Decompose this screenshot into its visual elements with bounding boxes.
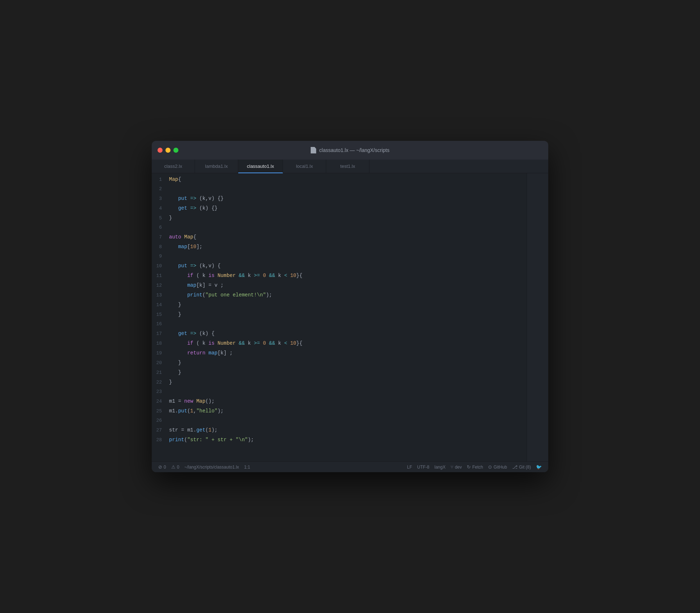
code-line-4: 4 get => (k) {}: [152, 203, 527, 213]
branch-item[interactable]: ⑂ dev: [449, 464, 463, 470]
line-content: str = m1.get(1);: [169, 425, 521, 435]
code-line-7: 7auto Map{: [152, 232, 527, 242]
line-content: print("str: " + str + "\n");: [169, 435, 521, 444]
code-line-15: 15 }: [152, 310, 527, 319]
code-line-9: 9: [152, 252, 527, 261]
github-item[interactable]: ⊙ GitHub: [487, 464, 508, 470]
line-number: 10: [152, 261, 169, 271]
line-content: m1 = new Map();: [169, 397, 521, 406]
code-line-13: 13 print("put one element!\n");: [152, 290, 527, 300]
traffic-lights: [158, 148, 178, 153]
warning-icon: ⚠: [171, 464, 176, 470]
line-number: 9: [152, 252, 169, 261]
line-number: 8: [152, 242, 169, 252]
minimize-button[interactable]: [165, 148, 170, 153]
line-content: get => (k) {}: [169, 203, 521, 213]
line-number: 3: [152, 194, 169, 203]
git-icon: ⎇: [512, 464, 518, 470]
line-content: }: [169, 310, 521, 319]
editor-container: 1Map{23 put => (k,v) {}4 get => (k) {}5}…: [152, 173, 548, 461]
line-content: m1.put(1,"hello");: [169, 406, 521, 416]
line-number: 11: [152, 271, 169, 281]
line-content: get => (k) {: [169, 329, 521, 338]
code-line-14: 14 }: [152, 300, 527, 310]
fetch-item[interactable]: ↻ Fetch: [465, 464, 484, 470]
line-content: }: [169, 368, 521, 377]
line-number: 22: [152, 378, 169, 387]
code-line-10: 10 put => (k,v) {: [152, 261, 527, 271]
line-number: 14: [152, 300, 169, 310]
line-content: }: [169, 300, 521, 309]
tab-local1[interactable]: local1.lx: [283, 160, 326, 173]
line-number: 26: [152, 416, 169, 425]
title-text: classauto1.lx — ~/langX/scripts: [319, 147, 390, 153]
code-line-12: 12 map[k] = v ;: [152, 281, 527, 290]
line-number: 25: [152, 407, 169, 416]
code-line-21: 21 }: [152, 368, 527, 377]
error-count[interactable]: ⊘ 0: [157, 464, 168, 470]
encoding-item[interactable]: UTF-8: [416, 465, 431, 470]
line-ending-item[interactable]: LF: [406, 465, 413, 470]
code-line-24: 24m1 = new Map();: [152, 397, 527, 406]
line-number: 1: [152, 175, 169, 184]
line-number: 23: [152, 387, 169, 397]
titlebar: classauto1.lx — ~/langX/scripts: [152, 141, 548, 160]
tab-classauto1[interactable]: classauto1.lx: [238, 160, 283, 173]
line-content: }: [169, 358, 521, 367]
line-number: 28: [152, 435, 169, 445]
code-line-22: 22}: [152, 377, 527, 387]
position-item[interactable]: 1:1: [243, 465, 252, 470]
line-content: put => (k,v) {}: [169, 194, 521, 203]
line-content: if ( k is Number && k >= 0 && k < 10}{: [169, 271, 521, 280]
line-content: return map[k] ;: [169, 348, 521, 358]
line-number: 19: [152, 349, 169, 358]
code-line-20: 20 }: [152, 358, 527, 368]
line-number: 21: [152, 368, 169, 377]
warning-count[interactable]: ⚠ 0: [170, 464, 181, 470]
branch-icon: ⑂: [451, 464, 453, 470]
line-number: 16: [152, 319, 169, 329]
line-number: 27: [152, 426, 169, 435]
code-line-19: 19 return map[k] ;: [152, 348, 527, 358]
code-line-26: 26: [152, 416, 527, 425]
line-content: map[k] = v ;: [169, 281, 521, 290]
tab-lambda1[interactable]: lambda1.lx: [195, 160, 238, 173]
close-button[interactable]: [158, 148, 163, 153]
code-line-8: 8 map[10];: [152, 242, 527, 252]
code-line-17: 17 get => (k) {: [152, 329, 527, 339]
line-number: 6: [152, 223, 169, 232]
code-line-27: 27str = m1.get(1);: [152, 425, 527, 435]
line-number: 4: [152, 204, 169, 213]
code-area: 1Map{23 put => (k,v) {}4 get => (k) {}5}…: [152, 173, 527, 461]
line-content: print("put one element!\n");: [169, 290, 521, 300]
extension-item[interactable]: 🐦: [535, 464, 543, 470]
line-number: 5: [152, 214, 169, 223]
code-line-25: 25m1.put(1,"hello");: [152, 406, 527, 416]
code-line-16: 16: [152, 319, 527, 329]
code-line-18: 18 if ( k is Number && k >= 0 && k < 10}…: [152, 339, 527, 348]
tab-class2[interactable]: class2.lx: [152, 160, 195, 173]
maximize-button[interactable]: [173, 148, 178, 153]
error-icon: ⊘: [158, 464, 162, 470]
code-line-23: 23: [152, 387, 527, 397]
git-item[interactable]: ⎇ Git (8): [511, 464, 532, 470]
line-number: 15: [152, 310, 169, 319]
tab-bar: class2.lx lambda1.lx classauto1.lx local…: [152, 160, 548, 173]
code-editor[interactable]: 1Map{23 put => (k,v) {}4 get => (k) {}5}…: [152, 173, 527, 461]
filepath-item[interactable]: ~/langX/scripts/classauto1.lx: [183, 465, 240, 470]
extension-icon: 🐦: [536, 464, 542, 470]
line-number: 20: [152, 358, 169, 368]
line-number: 12: [152, 281, 169, 290]
line-content: }: [169, 213, 521, 223]
editor-window: classauto1.lx — ~/langX/scripts class2.l…: [152, 141, 548, 472]
tab-test1[interactable]: test1.lx: [326, 160, 369, 173]
line-number: 2: [152, 184, 169, 194]
file-icon: [311, 147, 316, 153]
line-content: }: [169, 377, 521, 387]
code-line-3: 3 put => (k,v) {}: [152, 194, 527, 203]
sidebar-right: [527, 173, 548, 461]
code-line-1: 1Map{: [152, 175, 527, 184]
statusbar: ⊘ 0 ⚠ 0 ~/langX/scripts/classauto1.lx 1:…: [152, 461, 548, 472]
refresh-icon: ↻: [467, 464, 471, 470]
language-item[interactable]: langX: [433, 465, 447, 470]
